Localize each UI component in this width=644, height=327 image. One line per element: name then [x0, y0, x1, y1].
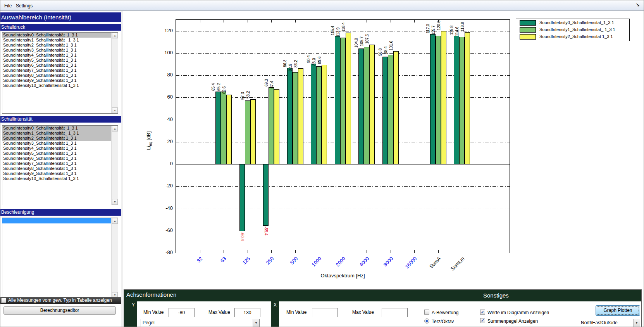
x-tick	[414, 250, 415, 253]
chevron-down-icon[interactable]: ▼	[633, 319, 640, 327]
list-item[interactable]: SoundIntensity10_Schallintensität 1_3 1	[2, 83, 111, 88]
list-item[interactable]: SoundIntensity6_Schallintensität 1_3 1	[2, 156, 111, 161]
y-tick	[507, 142, 510, 142]
werte-im-diagramm-checkbox[interactable]: ✓	[480, 310, 485, 315]
list-item-selected-empty[interactable]	[2, 218, 111, 223]
scroll-up-icon[interactable]: ▲	[112, 218, 118, 224]
list-item[interactable]: SoundIntensity8_Schallintensität 1_3 1	[2, 73, 111, 78]
berechnungseditor-button[interactable]: Berechnungseditor	[3, 306, 116, 315]
listbox-beschleunigung[interactable]: ▲ ▼	[2, 218, 118, 298]
bar-1000-s2	[322, 65, 327, 164]
bar-value-label: 57.3	[241, 92, 245, 100]
bar-500-s0	[287, 68, 293, 164]
y-max-label: Max Value	[208, 310, 230, 315]
scrollbar[interactable]: ▲ ▼	[111, 33, 118, 113]
bar-value-label: 58.2	[246, 91, 251, 99]
sidebar-title: Auswahlbereich (Intensität)	[0, 12, 121, 22]
list-item[interactable]: SoundIntensity9_Schallintensität 1_3 1	[2, 78, 111, 83]
bar-value-label: 89.6	[317, 56, 322, 64]
section-header-schalldruck: Schalldruck	[0, 24, 121, 31]
y-tick	[176, 142, 179, 142]
y-tick	[176, 75, 179, 76]
bar-63-s2	[226, 95, 232, 164]
legend-label: SoundIntensity2_Schallintensität 1_3 1	[539, 34, 613, 39]
summenpegel-checkbox[interactable]: ✓	[480, 318, 485, 323]
scroll-down-icon[interactable]: ▼	[112, 199, 118, 205]
x-tick	[391, 20, 391, 22]
y-tick-label: 20	[157, 138, 173, 144]
list-item[interactable]: SoundIntensity1_Schallintensität_ 1_3 1	[2, 131, 111, 136]
bar-value-label: 105.7	[360, 36, 364, 46]
show-all-checkbox[interactable]	[1, 298, 6, 303]
list-item[interactable]: SoundIntensity6_Schallintensität 1_3 1	[2, 63, 111, 68]
bar-SumA-s0	[430, 34, 436, 164]
x-min-input[interactable]	[312, 308, 338, 317]
legend-swatch	[520, 27, 536, 33]
list-item[interactable]: SoundIntensity1_Schallintensität_ 1_3 1	[2, 38, 111, 43]
terz-oktav-radio[interactable]	[424, 318, 429, 324]
sidebar: Auswahlbereich (Intensität) Schalldruck …	[0, 11, 121, 327]
list-item[interactable]: SoundIntensity5_Schallintensität 1_3 1	[2, 151, 111, 156]
scroll-down-icon[interactable]: ▼	[112, 107, 118, 113]
x-tick	[414, 20, 415, 22]
list-item[interactable]: SoundIntensity8_Schallintensität 1_3 1	[2, 166, 111, 171]
list-item[interactable]: SoundIntensity5_Schallintensität 1_3 1	[2, 58, 111, 63]
a-bewertung-checkbox[interactable]: ✓	[424, 310, 429, 315]
scroll-up-icon[interactable]: ▲	[112, 33, 118, 38]
x-tick	[200, 20, 200, 22]
menu-settings[interactable]: Settings	[14, 2, 35, 9]
list-item[interactable]: SoundIntensity9_Schallintensität 1_3 1	[2, 171, 111, 176]
bar-value-label: -55.4	[263, 227, 268, 235]
listbox-schalldruck[interactable]: ▲ ▼ SoundIntebsity0_Schallintensität_1_3…	[2, 32, 118, 114]
list-item[interactable]: SoundIntebsity0_Schallintensität_1_3 1	[2, 33, 111, 38]
list-item[interactable]: SoundIntensity2_Schallintensität 1_3 1	[2, 43, 111, 48]
listbox-schallintensitaet[interactable]: ▲ ▼ SoundIntebsity0_Schallintensität_1_3…	[2, 125, 118, 205]
bar-value-label: 115.4	[331, 26, 335, 35]
menu-overflow-icon[interactable]: ↘	[636, 2, 640, 7]
list-item[interactable]: SoundIntensity4_Schallintensität 1_3 1	[2, 146, 111, 151]
x-max-input[interactable]	[382, 308, 408, 317]
y-max-input[interactable]	[234, 308, 260, 317]
list-item[interactable]: SoundIntebsity0_Schallintensität_1_3 1	[2, 126, 111, 131]
bar-8000-s1	[388, 55, 393, 164]
bar-value-label: 96.8	[378, 48, 383, 56]
scrollbar[interactable]: ▲ ▼	[111, 218, 118, 298]
y-axis-title: Lieq [dB]	[146, 131, 153, 150]
y-type-dropdown[interactable]: Pegel ▼	[141, 319, 260, 327]
legend-position-dropdown[interactable]: NorthEastOutside ▼	[579, 319, 640, 327]
list-item[interactable]: SoundIntensity3_Schallintensität 1_3 1	[2, 48, 111, 53]
bar-2000-s2	[346, 33, 351, 164]
scroll-up-icon[interactable]: ▲	[112, 126, 118, 131]
y-tick	[507, 120, 510, 120]
y-axis-subpanel: Min Value Max Value Pegel ▼	[137, 301, 271, 327]
werte-im-diagramm-label: Werte im Diagramm Anzeigen	[487, 310, 549, 315]
x-max-label: Max Value	[352, 310, 374, 315]
list-item[interactable]: SoundIntensity7_Schallintensität 1_3 1	[2, 161, 111, 166]
sidebar-divider	[121, 11, 123, 327]
list-item[interactable]: SoundIntensity4_Schallintensität 1_3 1	[2, 53, 111, 58]
bar-value-label: 101.6	[389, 41, 394, 50]
y-tick	[176, 120, 179, 120]
bar-value-label: 117.0	[426, 24, 430, 33]
list-item[interactable]: SoundIntensity3_Schallintensität 1_3 1	[2, 141, 111, 146]
bar-SumLin-s0	[454, 36, 459, 164]
bar-value-label: 120.0	[437, 21, 441, 30]
bar-value-label: 90.4	[307, 55, 311, 63]
y-min-input[interactable]	[169, 308, 195, 317]
graph-plotten-button[interactable]: Graph Plotten	[596, 305, 640, 316]
bar-8000-s2	[393, 51, 399, 164]
bar-8000-s0	[382, 57, 388, 164]
show-all-measurements-bar: Alle Messungen vom gew. Typ in Tabelle a…	[0, 297, 121, 304]
list-item[interactable]: SoundIntensity7_Schallintensität 1_3 1	[2, 68, 111, 73]
zero-baseline	[176, 164, 510, 164]
menu-file[interactable]: File	[2, 2, 14, 9]
list-item[interactable]: SoundIntensity2_Schallintensität 1_3 1	[2, 136, 111, 141]
scrollbar[interactable]: ▲ ▼	[111, 126, 118, 205]
bar-value-label: 115.7	[431, 26, 436, 35]
chevron-down-icon[interactable]: ▼	[253, 319, 259, 327]
x-tick	[367, 250, 367, 253]
list-item[interactable]: SoundIntensity10_Schallintensität 1_3 1	[2, 176, 111, 181]
x-tick	[295, 250, 296, 253]
x-tick	[224, 250, 224, 253]
y-tick-label: -20	[157, 183, 173, 189]
